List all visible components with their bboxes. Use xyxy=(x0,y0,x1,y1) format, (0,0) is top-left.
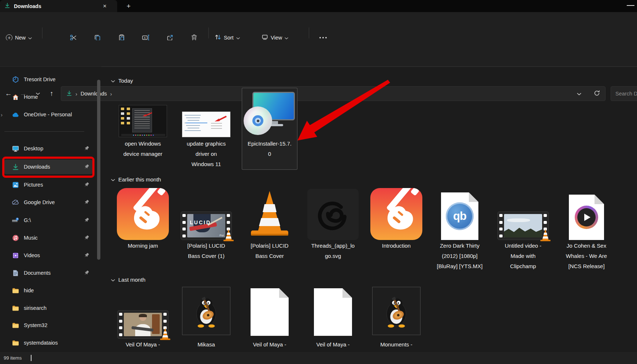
file-name: Untitled video -Made withClipchamp xyxy=(496,241,551,271)
sidebar-item-home[interactable]: Home xyxy=(4,90,92,104)
sidebar-item-label: Pictures xyxy=(24,182,43,188)
sidebar-item-pictures[interactable]: Pictures xyxy=(4,177,92,192)
home-icon xyxy=(12,93,19,101)
torrent-file-icon: qb xyxy=(441,192,478,240)
file-name: [Polaris] LUCIDBass Cover (1) xyxy=(179,241,234,261)
status-bar: 99 items xyxy=(0,351,637,364)
blank-file xyxy=(305,285,360,339)
garageband xyxy=(115,185,170,240)
file-name: Mikasa xyxy=(179,339,234,350)
group-header-today[interactable]: Today xyxy=(111,76,133,85)
filmstrip-thumbnail xyxy=(117,310,168,339)
sidebar-scrollbar[interactable] xyxy=(97,80,100,260)
pin-icon xyxy=(84,182,89,188)
group-row: open Windowsdevice managerupdate graphic… xyxy=(115,88,305,169)
sidebar-item-systemdataios[interactable]: systemdataios xyxy=(4,335,92,350)
sidebar-item-system32[interactable]: System32 xyxy=(4,318,92,333)
group-label: Last month xyxy=(118,277,145,283)
sidebar-item-g[interactable]: ?G:\ xyxy=(4,213,92,228)
file-item-veil-of-maya[interactable]: Veil of Maya -Whirlwind xyxy=(242,285,297,351)
minimize-icon xyxy=(627,5,634,6)
file-name: open Windowsdevice manager xyxy=(115,139,170,159)
sidebar-item-label: systemdataios xyxy=(24,340,58,346)
file-item-mikasa[interactable]: Mikasa xyxy=(179,285,234,351)
file-item-introduction[interactable]: Introduction xyxy=(369,185,424,271)
sidebar-separator xyxy=(4,131,84,132)
filmstrip-thumbnail: LUCIDPol xyxy=(181,211,232,240)
pin-icon xyxy=(84,199,89,205)
sidebar-item-downloads[interactable]: Downloads xyxy=(4,160,92,174)
file-item-morning-jam[interactable]: Morning jam xyxy=(115,185,170,271)
vlc-cone-icon xyxy=(159,327,171,341)
sidebar-item-documents[interactable]: Documents xyxy=(4,266,92,280)
sidebar-item-sirisearch[interactable]: sirisearch xyxy=(4,301,92,315)
desktop-icon xyxy=(12,145,19,152)
garageband-icon xyxy=(117,188,169,240)
sidebar-item-videos[interactable]: Videos xyxy=(4,248,92,263)
file-item-untitled-video[interactable]: Untitled video -Made withClipchamp xyxy=(496,185,551,271)
threads-logo xyxy=(305,185,360,240)
file-name: Threads_(app)_logo.svg xyxy=(305,241,360,261)
garageband-icon xyxy=(370,188,422,240)
group-label: Earlier this month xyxy=(118,176,161,183)
folder-icon xyxy=(12,322,19,329)
file-item-update-graphics[interactable]: update graphicsdriver onWindows 11 xyxy=(179,88,234,169)
file-name: EpicInstaller-15.7.0 xyxy=(242,139,297,159)
qbittorrent-file: qb xyxy=(432,185,487,240)
file-name: Jo Cohen & SexWhales - We Are[NCS Releas… xyxy=(559,241,614,271)
toolbar-divider xyxy=(42,27,42,38)
tab-title: Downloads xyxy=(14,3,41,9)
file-item-jo-cohen-sex[interactable]: Jo Cohen & SexWhales - We Are[NCS Releas… xyxy=(559,185,614,271)
pin-icon xyxy=(84,164,89,170)
sidebar-item-tresorit-drive[interactable]: Tresorit Drive xyxy=(4,72,92,87)
pin-icon xyxy=(84,270,89,276)
tux-guitar-icon xyxy=(182,287,230,335)
file-item-zero-dark-thirty[interactable]: qbZero Dark Thirty(2012) [1080p][BluRay]… xyxy=(432,185,487,271)
command-bar: + New A Sort View xyxy=(0,12,637,40)
sidebar-item-google-drive[interactable]: Google Drive xyxy=(4,195,92,210)
sidebar-item-label: OneDrive - Personal xyxy=(24,112,72,117)
file-item-veil-of-maya[interactable]: Veil of Maya -Mowgli xyxy=(305,285,360,351)
file-item-threads-app-lo[interactable]: Threads_(app)_logo.svg xyxy=(305,185,360,271)
file-item-open-windows[interactable]: open Windowsdevice manager xyxy=(115,88,170,169)
file-item-veil-of-maya[interactable]: Veil Of Maya -Mikasa Gu xyxy=(115,285,170,351)
group-header-earlier-this-month[interactable]: Earlier this month xyxy=(111,175,161,183)
sidebar-item-label: Music xyxy=(24,235,38,241)
media-file xyxy=(559,185,614,240)
sidebar-item-hide[interactable]: hide xyxy=(4,283,92,298)
svg-text:?: ? xyxy=(16,218,18,220)
chevron-right-icon[interactable]: › xyxy=(1,112,3,118)
downloads-icon xyxy=(12,163,19,170)
pin-icon xyxy=(84,146,89,151)
threads-logo-icon xyxy=(307,189,359,240)
sidebar-item-label: sirisearch xyxy=(24,305,47,311)
sidebar-item-music[interactable]: Music xyxy=(4,230,92,245)
garageband xyxy=(369,185,424,240)
downloads-icon xyxy=(4,3,10,10)
folder-icon xyxy=(12,287,19,294)
new-tab-button[interactable]: + xyxy=(123,1,134,12)
folder-icon xyxy=(12,304,19,312)
sidebar-item-label: G:\ xyxy=(24,217,31,223)
sidebar-item-onedrive-personal[interactable]: ›OneDrive - Personal xyxy=(4,107,92,122)
file-name: Zero Dark Thirty(2012) [1080p][BluRay] [… xyxy=(432,241,487,271)
file-item-epicinstaller-15-7[interactable]: EpicInstaller-15.7.0 xyxy=(242,88,297,169)
navigation-pane: Tresorit DriveHome›OneDrive - PersonalDe… xyxy=(0,67,95,351)
toolbar-divider xyxy=(309,27,309,38)
tresorit-icon xyxy=(12,76,19,83)
disc-icon xyxy=(244,106,272,135)
group-row: Morning jamLUCIDPol[Polaris] LUCIDBass C… xyxy=(115,185,622,271)
file-item-polaris-lucid[interactable]: [Polaris] LUCIDBass Cover xyxy=(242,185,297,271)
documents-icon xyxy=(12,269,19,277)
file-item-polaris-lucid[interactable]: LUCIDPol[Polaris] LUCIDBass Cover (1) xyxy=(179,185,234,271)
minimize-button[interactable] xyxy=(626,3,635,8)
sidebar-item-desktop[interactable]: Desktop xyxy=(4,141,92,156)
pin-icon xyxy=(84,252,89,258)
file-name: Introduction xyxy=(369,241,424,251)
tab-downloads[interactable]: Downloads × xyxy=(0,0,117,12)
file-item-monuments[interactable]: Monuments -Nefarious xyxy=(369,285,424,351)
tab-close-button[interactable]: × xyxy=(100,2,109,11)
group-header-last-month[interactable]: Last month xyxy=(111,275,145,284)
svg-text:A: A xyxy=(144,36,146,40)
status-divider xyxy=(31,355,32,361)
